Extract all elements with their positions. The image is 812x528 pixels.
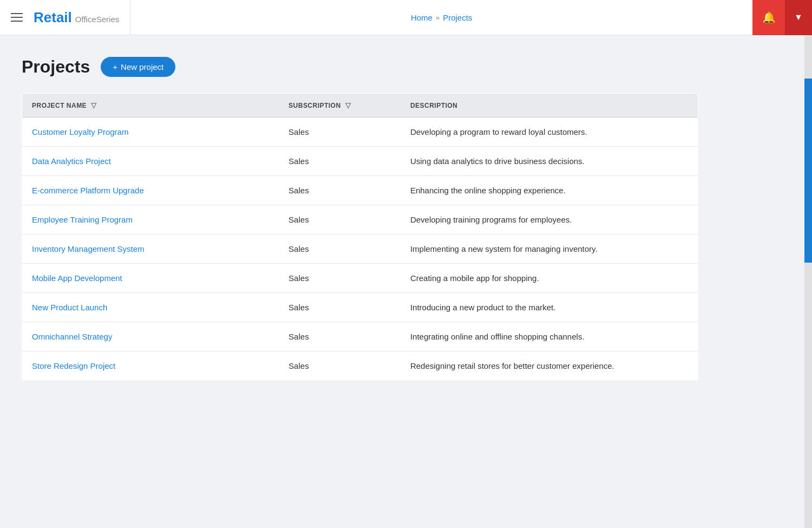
new-project-button[interactable]: + New project [101,57,175,77]
filter-icon-name[interactable]: ▽ [91,101,96,109]
project-link[interactable]: Data Analytics Project [32,157,111,166]
table-cell-description: Redesigning retail stores for better cus… [401,351,698,381]
table-cell-subscription: Sales [279,118,401,147]
table-cell-description: Creating a mobile app for shopping. [401,264,698,293]
new-project-label: New project [121,62,163,71]
brand: Retail OfficeSeries [34,9,119,26]
table-cell-subscription: Sales [279,234,401,264]
table-cell-subscription: Sales [279,322,401,351]
scrollbar-track [804,35,812,528]
table-cell-subscription: Sales [279,147,401,176]
table-row: Employee Training ProgramSalesDeveloping… [22,205,698,234]
page-title: Projects [22,57,90,77]
main-content: Projects + New project PROJECT NAME ▽ SU… [0,35,725,402]
table-cell-project-name: Store Redesign Project [22,351,279,381]
breadcrumb-current: Projects [443,13,472,22]
scrollbar-thumb[interactable] [804,79,812,263]
notifications-button[interactable]: 🔔 [752,0,785,35]
project-link[interactable]: Store Redesign Project [32,361,115,370]
table-row: Inventory Management SystemSalesImplemen… [22,234,698,264]
table-row: Omnichannel StrategySalesIntegrating onl… [22,322,698,351]
chevron-down-icon: ▼ [794,12,803,22]
table-body: Customer Loyalty ProgramSalesDeveloping … [22,118,698,381]
table-cell-subscription: Sales [279,293,401,322]
brand-name: Retail [34,9,72,26]
navbar-right: 🔔 ▼ [752,0,812,35]
project-link[interactable]: Employee Training Program [32,215,133,224]
table-cell-subscription: Sales [279,176,401,205]
table-cell-project-name: Customer Loyalty Program [22,118,279,147]
breadcrumb-home[interactable]: Home [411,13,433,22]
table-cell-project-name: Mobile App Development [22,264,279,293]
project-link[interactable]: E-commerce Platform Upgrade [32,186,144,195]
project-link[interactable]: Inventory Management System [32,244,145,253]
brand-subtitle: OfficeSeries [75,15,119,24]
table-row: Mobile App DevelopmentSalesCreating a mo… [22,264,698,293]
table-cell-project-name: Employee Training Program [22,205,279,234]
table-cell-subscription: Sales [279,205,401,234]
navbar-center: Home » Projects [130,13,752,22]
bell-icon: 🔔 [762,11,776,24]
table-cell-description: Introducing a new product to the market. [401,293,698,322]
page-header: Projects + New project [22,57,698,77]
table-header-row: PROJECT NAME ▽ SUBSCRIPTION ▽ DESCRIPTIO… [22,94,698,118]
project-link[interactable]: Omnichannel Strategy [32,332,112,341]
table-row: E-commerce Platform UpgradeSalesEnhancin… [22,176,698,205]
table-cell-description: Implementing a new system for managing i… [401,234,698,264]
filter-icon-subscription[interactable]: ▽ [345,101,351,109]
table-cell-project-name: Omnichannel Strategy [22,322,279,351]
breadcrumb-separator: » [436,14,440,22]
table-row: Store Redesign ProjectSalesRedesigning r… [22,351,698,381]
table-header: PROJECT NAME ▽ SUBSCRIPTION ▽ DESCRIPTIO… [22,94,698,118]
breadcrumb: Home » Projects [411,13,472,22]
table-row: Customer Loyalty ProgramSalesDeveloping … [22,118,698,147]
table-row: Data Analytics ProjectSalesUsing data an… [22,147,698,176]
table-cell-subscription: Sales [279,264,401,293]
table-cell-description: Developing training programs for employe… [401,205,698,234]
col-header-subscription: SUBSCRIPTION ▽ [279,94,401,118]
user-menu-button[interactable]: ▼ [785,0,812,35]
table-cell-description: Integrating online and offline shopping … [401,322,698,351]
table-row: New Product LaunchSalesIntroducing a new… [22,293,698,322]
navbar: Retail OfficeSeries Home » Projects 🔔 ▼ [0,0,812,35]
table-cell-project-name: Data Analytics Project [22,147,279,176]
table-cell-project-name: New Product Launch [22,293,279,322]
table-cell-description: Using data analytics to drive business d… [401,147,698,176]
navbar-left: Retail OfficeSeries [0,0,130,35]
plus-icon: + [113,62,117,71]
table-cell-project-name: Inventory Management System [22,234,279,264]
project-link[interactable]: New Product Launch [32,303,107,312]
project-link[interactable]: Customer Loyalty Program [32,127,128,136]
hamburger-menu[interactable] [11,13,23,22]
project-link[interactable]: Mobile App Development [32,273,122,283]
table-cell-description: Developing a program to reward loyal cus… [401,118,698,147]
table-cell-subscription: Sales [279,351,401,381]
table-cell-project-name: E-commerce Platform Upgrade [22,176,279,205]
projects-table: PROJECT NAME ▽ SUBSCRIPTION ▽ DESCRIPTIO… [22,93,698,381]
table-cell-description: Enhancing the online shopping experience… [401,176,698,205]
col-header-project-name: PROJECT NAME ▽ [22,94,279,118]
col-header-description: DESCRIPTION [401,94,698,118]
